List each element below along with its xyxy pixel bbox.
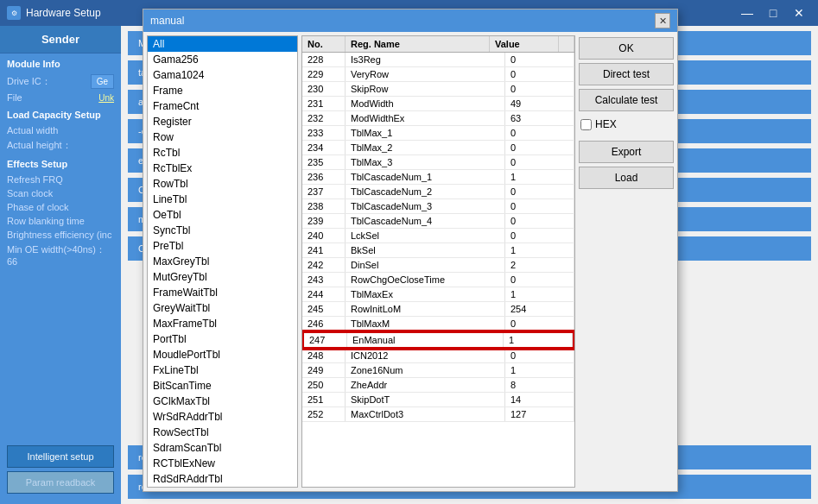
- reg-list-item[interactable]: OeTbl: [148, 207, 297, 223]
- modal-dialog: manual ✕ AllGama256Gama1024FrameFrameCnt…: [143, 9, 678, 492]
- table-row[interactable]: 241BkSel1: [302, 243, 574, 258]
- reg-list-item[interactable]: BitScanTime: [148, 378, 297, 394]
- reg-list-item[interactable]: RcTblEx: [148, 161, 297, 176]
- table-row[interactable]: 236TblCascadeNum_11: [302, 170, 574, 185]
- cell-value: 0: [505, 229, 574, 243]
- cell-reg-name: SkipRow: [346, 82, 505, 96]
- hex-label: HEX: [595, 118, 617, 130]
- table-row[interactable]: 228Is3Reg0: [302, 53, 574, 67]
- table-row[interactable]: 244TblMaxEx1: [302, 287, 574, 302]
- reg-list-item[interactable]: Frame: [148, 83, 297, 98]
- reg-list-item[interactable]: WidthDivTbl: [148, 487, 297, 488]
- reg-list-item[interactable]: SdramScanTbl: [148, 440, 297, 456]
- table-row[interactable]: 229VeryRow0: [302, 67, 574, 82]
- cell-no: 241: [302, 243, 346, 257]
- cell-reg-name: TblMax_2: [346, 141, 505, 154]
- direct-test-button[interactable]: Direct test: [579, 63, 674, 85]
- cell-no: 251: [302, 393, 346, 406]
- calculate-test-button[interactable]: Calculate test: [579, 89, 674, 111]
- table-row[interactable]: 234TblMax_20: [302, 141, 574, 155]
- reg-list-item[interactable]: All: [148, 36, 297, 52]
- table-row[interactable]: 242DinSel2: [302, 258, 574, 273]
- cell-reg-name: TblCascadeNum_4: [346, 214, 505, 228]
- table-row[interactable]: 250ZheAddr8: [302, 378, 574, 393]
- modal-right-panel: OK Direct test Calculate test HEX Export…: [579, 35, 674, 488]
- reg-list-item[interactable]: Gama1024: [148, 67, 297, 83]
- table-row[interactable]: 237TblCascadeNum_20: [302, 185, 574, 199]
- table-row[interactable]: 243RowChgOeCloseTime0: [302, 273, 574, 287]
- reg-list-item[interactable]: FxLineTbl: [148, 362, 297, 378]
- table-row[interactable]: 248ICN20120: [302, 349, 574, 363]
- cell-value: 0: [505, 185, 574, 198]
- table-row[interactable]: 232ModWidthEx63: [302, 111, 574, 126]
- modal-title: manual: [150, 15, 655, 27]
- table-row[interactable]: 235TblMax_30: [302, 155, 574, 170]
- cell-value: 254: [505, 302, 574, 316]
- cell-reg-name: TblMax_3: [346, 155, 505, 169]
- reg-list-item[interactable]: RdSdRAddrTbl: [148, 471, 297, 487]
- cell-reg-name: RowChgOeCloseTime: [346, 273, 505, 287]
- modal-body: AllGama256Gama1024FrameFrameCntRegisterR…: [143, 32, 677, 491]
- table-row[interactable]: 240LckSel0: [302, 229, 574, 243]
- table-row[interactable]: 245RowInitLoM254: [302, 302, 574, 317]
- cell-no: 235: [302, 155, 346, 169]
- cell-no: 244: [302, 287, 346, 301]
- table-row[interactable]: 249Zone16Num1: [302, 363, 574, 378]
- cell-value: 0: [505, 349, 574, 362]
- table-header: No. Reg. Name Value: [302, 36, 574, 53]
- export-button[interactable]: Export: [579, 141, 674, 163]
- reg-list-item[interactable]: MutGreyTbl: [148, 269, 297, 285]
- table-row[interactable]: 247EnManual1: [302, 331, 574, 349]
- load-button[interactable]: Load: [579, 167, 674, 189]
- reg-list-item[interactable]: RowSectTbl: [148, 425, 297, 440]
- table-row[interactable]: 239TblCascadeNum_40: [302, 214, 574, 229]
- reg-list-item[interactable]: RCTblExNew: [148, 456, 297, 471]
- modal-overlay: manual ✕ AllGama256Gama1024FrameFrameCnt…: [0, 0, 818, 504]
- reg-list-item[interactable]: MaxFrameTbl: [148, 316, 297, 331]
- cell-no: 236: [302, 170, 346, 184]
- table-row[interactable]: 251SkipDotT14: [302, 393, 574, 407]
- cell-value: 0: [505, 273, 574, 287]
- cell-value: 0: [505, 82, 574, 96]
- reg-list-item[interactable]: FrameWaitTbl: [148, 285, 297, 300]
- cell-value: 0: [505, 317, 574, 331]
- reg-list-item[interactable]: FrameCnt: [148, 98, 297, 114]
- table-row[interactable]: 233TblMax_10: [302, 126, 574, 141]
- ok-button[interactable]: OK: [579, 37, 674, 60]
- cell-no: 242: [302, 258, 346, 272]
- cell-no: 231: [302, 97, 346, 110]
- reg-list-item[interactable]: PortTbl: [148, 331, 297, 347]
- reg-list-item[interactable]: GClkMaxTbl: [148, 394, 297, 409]
- reg-list-item[interactable]: GreyWaitTbl: [148, 300, 297, 316]
- modal-close-button[interactable]: ✕: [655, 13, 670, 28]
- cell-no: 237: [302, 185, 346, 198]
- table-row[interactable]: 230SkipRow0: [302, 82, 574, 97]
- reg-list-item[interactable]: LineTbl: [148, 192, 297, 207]
- reg-list-item[interactable]: Row: [148, 129, 297, 145]
- reg-list-item[interactable]: SyncTbl: [148, 223, 297, 238]
- col-value: Value: [490, 36, 559, 52]
- reg-list-item[interactable]: RowTbl: [148, 176, 297, 192]
- reg-list-item[interactable]: MoudlePortTbl: [148, 347, 297, 362]
- table-row[interactable]: 231ModWidth49: [302, 97, 574, 111]
- cell-value: 14: [505, 393, 574, 406]
- reg-list-item[interactable]: MaxGreyTbl: [148, 254, 297, 269]
- hex-checkbox[interactable]: [580, 119, 592, 130]
- cell-value: 1: [505, 170, 574, 184]
- cell-reg-name: LckSel: [346, 229, 505, 243]
- cell-value: 0: [505, 155, 574, 169]
- reg-list-item[interactable]: Gama256: [148, 52, 297, 67]
- table-row[interactable]: 246TblMaxM0: [302, 317, 574, 331]
- table-row[interactable]: 238TblCascadeNum_30: [302, 199, 574, 214]
- reg-list-item[interactable]: Register: [148, 114, 297, 129]
- reg-list-item[interactable]: RcTbl: [148, 145, 297, 161]
- cell-value: 0: [505, 214, 574, 228]
- reg-list-item[interactable]: PreTbl: [148, 238, 297, 254]
- cell-no: 252: [302, 407, 346, 421]
- cell-no: 249: [302, 363, 346, 377]
- cell-reg-name: RowInitLoM: [346, 302, 505, 316]
- table-row[interactable]: 252MaxCtrlDot3127: [302, 407, 574, 422]
- reg-list-item[interactable]: WrSdRAddrTbl: [148, 409, 297, 425]
- cell-reg-name: SkipDotT: [346, 393, 505, 406]
- cell-value: 0: [505, 141, 574, 154]
